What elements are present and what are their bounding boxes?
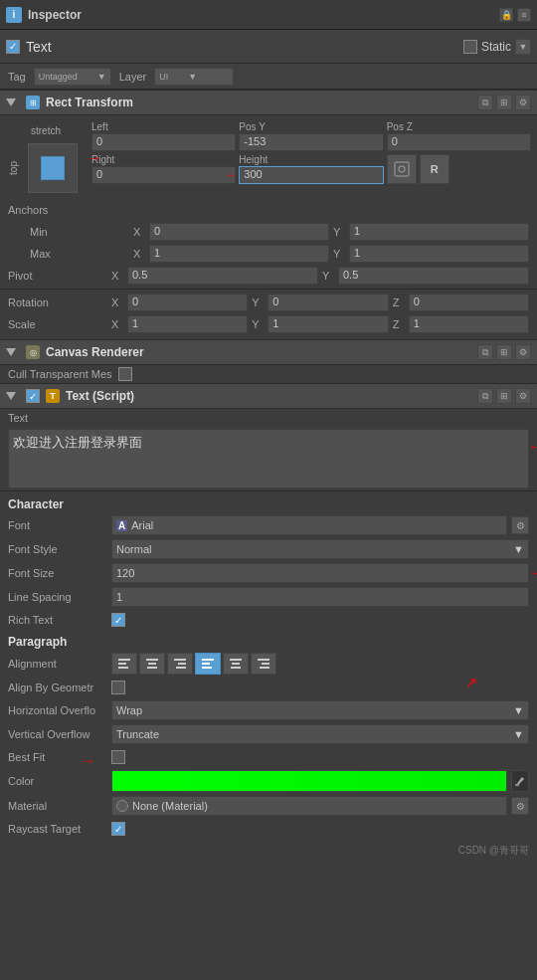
vert-overflow-dropdown[interactable]: Truncate ▼ <box>111 724 529 744</box>
horiz-overflow-dropdown[interactable]: Wrap ▼ <box>111 700 529 720</box>
text-content-box[interactable]: 欢迎进入注册登录界面 <box>8 429 529 489</box>
anchors-label: Anchors <box>8 204 107 216</box>
scale-xyz: X 1 Y 1 Z 1 <box>111 315 529 333</box>
svg-rect-11 <box>202 659 214 661</box>
static-dropdown[interactable]: ▼ <box>515 39 531 55</box>
font-style-row: Font Style Normal ▼ <box>0 537 537 561</box>
pivot-y-input[interactable]: 0.5 <box>338 267 529 285</box>
rot-z-input[interactable]: 0 <box>409 294 529 311</box>
text-script-section: Text 欢迎进入注册登录界面 ← Character Font A Arial… <box>0 409 537 840</box>
canvas-collapse-arrow[interactable] <box>6 348 16 356</box>
align-geom-label: Align By Geometr <box>8 682 107 693</box>
text-align-btn[interactable]: ⊞ <box>496 388 512 404</box>
best-fit-checkbox[interactable] <box>111 750 125 764</box>
tag-value: Untagged <box>39 72 78 82</box>
material-gear[interactable]: ⚙ <box>511 797 529 815</box>
align-left-top-btn[interactable] <box>111 653 137 675</box>
static-checkbox[interactable] <box>463 40 477 54</box>
tag-dropdown[interactable]: Untagged ▼ <box>34 68 111 86</box>
rect-settings-btn[interactable]: ⚙ <box>515 95 531 110</box>
align-left-mid-btn[interactable] <box>195 653 221 675</box>
posy-label: Pos Y <box>239 121 383 132</box>
rect-align-btn[interactable]: ⊞ <box>496 95 512 110</box>
scale-y-input[interactable]: 1 <box>268 315 388 333</box>
material-input[interactable]: None (Material) <box>111 796 507 816</box>
line-spacing-row: Line Spacing 1 <box>0 585 537 609</box>
horiz-overflow-arrow: ▼ <box>513 704 524 716</box>
lock-button[interactable]: 🔒 <box>499 8 513 22</box>
rect-fields-grid: Left 0 Pos Y -153 Pos Z 0 Right 0 Height… <box>86 121 531 185</box>
align-center-top-btn[interactable] <box>139 653 165 675</box>
scale-y-label: Y <box>252 318 264 330</box>
font-style-dropdown[interactable]: Normal ▼ <box>111 539 529 559</box>
layer-dropdown[interactable]: UI ▼ <box>154 68 234 86</box>
anchor-box[interactable] <box>28 143 78 193</box>
max-x-input[interactable]: 1 <box>149 245 329 263</box>
color-label: Color <box>8 775 107 787</box>
title-bar-label: Inspector <box>28 8 82 22</box>
height-input[interactable]: 300 <box>239 166 383 184</box>
canvas-copy-btn[interactable]: ⧉ <box>477 344 493 360</box>
font-size-input[interactable]: 120 <box>111 563 529 583</box>
anchor-inner <box>41 156 65 180</box>
font-style-label: Font Style <box>8 543 107 555</box>
posz-input[interactable]: 0 <box>387 133 531 151</box>
font-style-value: Normal <box>116 543 151 555</box>
left-input[interactable]: 0 <box>91 133 236 151</box>
svg-rect-3 <box>118 663 126 665</box>
canvas-settings-btn[interactable]: ⚙ <box>515 344 531 360</box>
svg-rect-20 <box>515 784 519 786</box>
raycast-checkbox[interactable]: ✓ <box>111 822 125 836</box>
color-picker-btn[interactable] <box>511 770 529 792</box>
rotation-xyz: X 0 Y 0 Z 0 <box>111 294 529 311</box>
text-settings-btn[interactable]: ⚙ <box>515 388 531 404</box>
horiz-overflow-label: Horizontal Overflo <box>8 704 107 716</box>
menu-button[interactable]: ≡ <box>517 8 531 22</box>
horiz-overflow-row: Horizontal Overflo Wrap ▼ <box>0 698 537 722</box>
text-collapse-arrow[interactable] <box>6 392 16 400</box>
posy-input[interactable]: -153 <box>239 133 383 151</box>
right-input[interactable]: 0 <box>91 166 236 184</box>
left-field: Left 0 <box>91 121 236 151</box>
game-object-title: Text <box>26 39 457 55</box>
arrow1: → <box>86 149 101 167</box>
scale-x-input[interactable]: 1 <box>127 315 248 333</box>
font-dropdown[interactable]: A Arial <box>111 515 507 535</box>
rot-y-input[interactable]: 0 <box>268 294 388 311</box>
min-y-input[interactable]: 1 <box>349 223 529 241</box>
alignment-label: Alignment <box>8 658 107 670</box>
scale-z-input[interactable]: 1 <box>409 315 529 333</box>
tag-label: Tag <box>8 71 26 83</box>
svg-point-1 <box>399 166 405 172</box>
line-spacing-label: Line Spacing <box>8 591 107 603</box>
divider2 <box>0 490 537 491</box>
blueprint-btn[interactable] <box>387 154 417 184</box>
vert-overflow-label: Vertical Overflow <box>8 728 107 740</box>
align-right-mid-btn[interactable] <box>251 653 276 675</box>
rect-copy-btn[interactable]: ⧉ <box>477 95 493 110</box>
rich-text-checkbox[interactable]: ✓ <box>111 613 125 627</box>
min-x-label: X <box>133 226 145 238</box>
canvas-renderer-section: Cull Transparent Mes <box>0 365 537 383</box>
rect-collapse-arrow[interactable] <box>6 98 16 106</box>
max-y-input[interactable]: 1 <box>349 245 529 263</box>
align-center-mid-btn[interactable] <box>223 653 249 675</box>
r-btn[interactable]: R <box>420 154 449 184</box>
font-gear[interactable]: ⚙ <box>511 516 529 534</box>
rect-transform-header: ⊞ Rect Transform ⧉ ⊞ ⚙ <box>0 90 537 115</box>
align-geom-checkbox[interactable] <box>111 681 125 694</box>
svg-rect-8 <box>174 659 186 661</box>
text-script-icon: T <box>46 389 60 403</box>
text-copy-btn[interactable]: ⧉ <box>477 388 493 404</box>
active-checkbox[interactable]: ✓ <box>6 40 20 54</box>
align-right-top-btn[interactable] <box>167 653 193 675</box>
min-x-input[interactable]: 0 <box>149 223 329 241</box>
line-spacing-input[interactable]: 1 <box>111 587 529 607</box>
canvas-align-btn[interactable]: ⊞ <box>496 344 512 360</box>
text-script-active[interactable]: ✓ <box>26 389 40 403</box>
color-bar[interactable] <box>111 770 507 792</box>
max-x-label: X <box>133 248 145 260</box>
rot-x-input[interactable]: 0 <box>127 294 248 311</box>
pivot-x-input[interactable]: 0.5 <box>127 267 318 285</box>
cull-checkbox[interactable] <box>118 367 132 381</box>
